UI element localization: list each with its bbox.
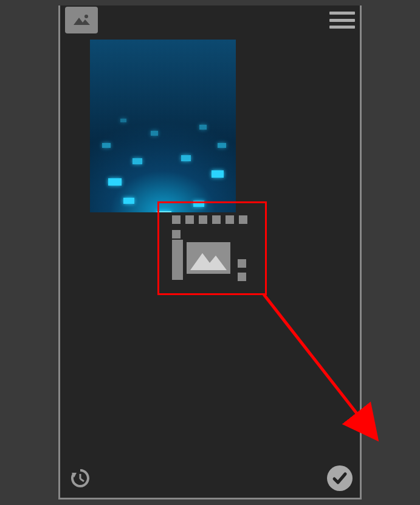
confirm-button[interactable] xyxy=(327,465,353,491)
annotation-highlight xyxy=(157,201,267,295)
svg-line-5 xyxy=(264,294,373,434)
checkmark-icon xyxy=(331,470,348,487)
svg-rect-0 xyxy=(71,12,92,29)
svg-line-8 xyxy=(80,479,84,481)
hamburger-icon[interactable] xyxy=(329,12,355,29)
annotation-arrow xyxy=(261,291,382,450)
top-bar xyxy=(60,5,360,35)
image-icon[interactable] xyxy=(65,7,98,33)
image-thumbnail[interactable] xyxy=(90,40,236,212)
app-window xyxy=(58,5,362,500)
bottom-bar xyxy=(60,459,360,498)
svg-point-2 xyxy=(84,15,88,18)
history-button[interactable] xyxy=(67,465,93,491)
large-photo-select-icon[interactable] xyxy=(172,215,252,281)
svg-marker-3 xyxy=(190,253,227,270)
history-icon xyxy=(69,467,92,490)
